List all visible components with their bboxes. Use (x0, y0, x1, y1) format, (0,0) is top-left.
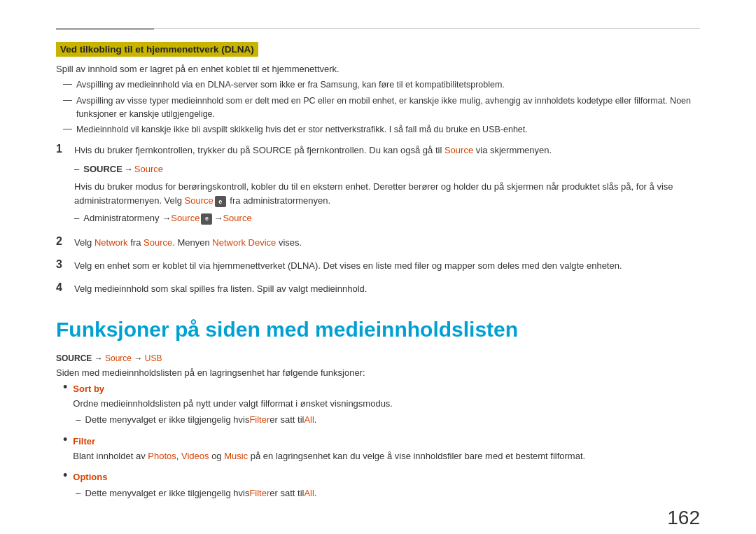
step-2-content: Velg Network fra Source. Menyen Network … (74, 236, 700, 251)
step-2-post: . Menyen (172, 237, 212, 248)
options-sub-note-pre: Dette menyvalget er ikke tilgjengelig hv… (85, 486, 250, 501)
dash-item-1-text: Avspilling av medieinnhold via en DLNA-s… (76, 78, 505, 92)
step-2-num: 2 (56, 235, 74, 248)
source-path-part2: USB (145, 353, 162, 363)
dash-item-2-text: Avspilling av visse typer medieinnhold s… (76, 94, 700, 121)
admin-arrow-2: → (214, 211, 223, 226)
step-3: 3 Velg en enhet som er koblet til via hj… (56, 259, 700, 274)
step-1-source-2: Source (185, 195, 214, 206)
options-sub-note-mid: er satt til (270, 486, 304, 501)
sort-by-sub-note-pre: Dette menyvalget er ikke tilgjengelig hv… (85, 413, 250, 428)
source-path-part1: Source (105, 353, 132, 363)
step-4-num: 4 (56, 281, 74, 294)
dash-item-3: Medieinnhold vil kanskje ikke bli avspil… (56, 123, 700, 136)
big-heading: Funksjoner på siden med medieinnholdslis… (56, 317, 700, 342)
source-target: Source (134, 162, 163, 177)
admin-source: Source (171, 211, 200, 226)
step-2-source: Source (144, 237, 172, 248)
options-filter: Filter (249, 486, 270, 501)
step-1-source-line: – SOURCE → Source (74, 162, 700, 177)
sort-by-sub-dash: Dette menyvalget er ikke tilgjengelig hv… (73, 413, 700, 428)
sort-by-sub-note-mid: er satt til (270, 413, 304, 428)
step-2: 2 Velg Network fra Source. Menyen Networ… (56, 236, 700, 251)
step-1-admin-line: – Administratormeny → Sourcee → Source (74, 211, 700, 226)
step-1: 1 Hvis du bruker fjernkontrollen, trykke… (56, 143, 700, 227)
source-path-arrow1: → (92, 353, 105, 363)
step-1-content: Hvis du bruker fjernkontrollen, trykker … (74, 143, 700, 227)
source-path-description: Siden med medieinnholdslisten på en lagr… (56, 367, 700, 378)
admin-target: Source (223, 211, 251, 226)
options-sub-dash: Dette menyvalget er ikke tilgjengelig hv… (73, 486, 700, 501)
source-path-arrow2: → (132, 353, 145, 363)
step-2-end: vises. (276, 237, 302, 248)
bullet-sort-by: • Sort by Ordne medieinnholdslisten på n… (63, 382, 700, 427)
bullet-sort-by-label: Sort by (73, 384, 104, 394)
source-path-label: SOURCE (56, 353, 92, 363)
bullet-list: • Sort by Ordne medieinnholdslisten på n… (63, 382, 700, 501)
source-path: SOURCE → Source → USB (56, 353, 700, 363)
intro-text: Spill av innhold som er lagret på en enh… (56, 64, 700, 74)
step-3-content: Velg en enhet som er koblet til via hjem… (74, 259, 700, 274)
section-heading: Ved tilkobling til et hjemmenettverk (DL… (56, 42, 258, 57)
options-all: All (304, 486, 314, 501)
step-3-num: 3 (56, 258, 74, 271)
step-2-network: Network (94, 237, 128, 248)
bullet-filter-label: Filter (73, 436, 95, 447)
numbered-list: 1 Hvis du bruker fjernkontrollen, trykke… (56, 143, 700, 296)
bullet-options: • Options Dette menyvalget er ikke tilgj… (63, 470, 700, 501)
step-1-num: 1 (56, 143, 74, 155)
step-1-sub-text: Hvis du bruker modus for berøringskontro… (74, 181, 673, 206)
icon-box-2: e (201, 213, 212, 225)
filter-music: Music (224, 451, 248, 461)
step-4-text: Velg medieinnhold som skal spilles fra l… (74, 283, 367, 294)
filter-videos: Videos (181, 451, 209, 461)
step-1-text-post: via skjermmenyen. (473, 145, 552, 155)
step-1-text-pre: Hvis du bruker fjernkontrollen, trykker … (74, 145, 444, 155)
step-3-text: Velg en enhet som er koblet til via hjem… (74, 260, 622, 271)
sort-by-all: All (304, 413, 314, 428)
filter-pre: Blant innholdet av (73, 451, 148, 461)
bullet-filter-content: Filter Blant innholdet av Photos, Videos… (73, 435, 700, 464)
step-2-networkdevice: Network Device (212, 237, 276, 248)
page-number: 162 (667, 507, 700, 529)
step-4-content: Velg medieinnhold som skal spilles fra l… (74, 282, 700, 297)
bullet-filter: • Filter Blant innholdet av Photos, Vide… (63, 435, 700, 464)
admin-label: Administratormeny → (83, 211, 171, 226)
bullet-options-label: Options (73, 472, 107, 482)
step-1-source-link: Source (444, 145, 473, 155)
dash-item-3-text: Medieinnhold vil kanskje ikke bli avspil… (76, 123, 528, 136)
filter-photos: Photos (148, 451, 176, 461)
sort-by-filter: Filter (249, 413, 270, 428)
step-2-mid: fra (128, 237, 144, 248)
dash-item-2: Avspilling av visse typer medieinnhold s… (56, 94, 700, 121)
filter-text-rest: på en lagringsenhet kan du velge å vise … (248, 451, 585, 461)
source-label: SOURCE (83, 162, 122, 177)
step-2-pre: Velg (74, 237, 94, 248)
bullet-options-content: Options Dette menyvalget er ikke tilgjen… (73, 470, 700, 501)
dash-item-1: Avspilling av medieinnhold via en DLNA-s… (56, 78, 700, 92)
bullet-sort-by-text: Ordne medieinnholdslisten på nytt under … (73, 398, 393, 409)
step-1-sub-text-2: fra administratormenyen. (227, 195, 330, 206)
step-4: 4 Velg medieinnhold som skal spilles fra… (56, 282, 700, 297)
icon-box-1: e (215, 196, 226, 207)
full-rule (56, 28, 700, 29)
bullet-sort-by-content: Sort by Ordne medieinnholdslisten på nyt… (73, 382, 700, 427)
